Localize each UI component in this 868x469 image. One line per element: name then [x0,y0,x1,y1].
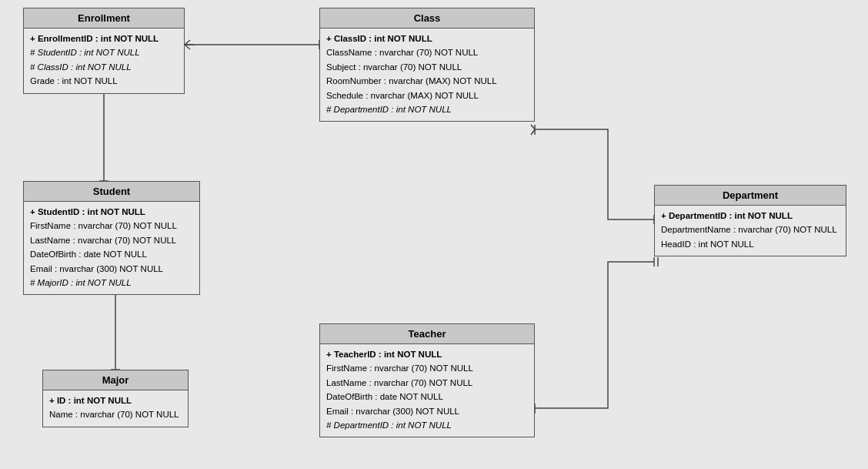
entity-class-field-3: RoomNumber : nvarchar (MAX) NOT NULL [326,74,528,88]
entity-major-field-0: + ID : int NOT NULL [49,394,182,407]
entity-major-field-1: Name : nvarchar (70) NOT NULL [49,407,182,421]
entity-enrollment-field-3: Grade : int NOT NULL [30,74,178,88]
entity-class-field-2: Subject : nvarchar (70) NOT NULL [326,60,528,74]
entity-teacher-field-2: LastName : nvarchar (70) NOT NULL [326,376,528,390]
entity-major-body: + ID : int NOT NULLName : nvarchar (70) … [43,390,188,427]
entity-student-title: Student [24,182,199,202]
svg-line-2 [185,45,190,49]
entity-teacher-body: + TeacherID : int NOT NULLFirstName : nv… [320,344,534,437]
entity-student-body: + StudentID : int NOT NULLFirstName : nv… [24,202,199,294]
entity-class-field-0: + ClassID : int NOT NULL [326,32,528,45]
entity-department: Department+ DepartmentID : int NOT NULLD… [654,185,846,256]
entity-department-field-1: DepartmentName : nvarchar (70) NOT NULL [661,223,840,236]
entity-class-field-4: Schedule : nvarchar (MAX) NOT NULL [326,89,528,102]
entity-student-field-2: LastName : nvarchar (70) NOT NULL [30,233,193,247]
entity-enrollment: Enrollment+ EnrollmentID : int NOT NULL#… [23,8,185,94]
entity-department-title: Department [655,186,846,206]
entity-student-field-1: FirstName : nvarchar (70) NOT NULL [30,219,193,233]
entity-teacher-field-4: Email : nvarchar (300) NOT NULL [326,404,528,418]
entity-teacher-field-5: # DepartmentID : int NOT NULL [326,418,528,432]
svg-line-20 [531,129,535,135]
entity-enrollment-field-1: # StudentID : int NOT NULL [30,45,178,59]
entity-enrollment-field-0: + EnrollmentID : int NOT NULL [30,32,178,45]
entity-student: Student+ StudentID : int NOT NULLFirstNa… [23,181,200,295]
entity-student-field-5: # MajorID : int NOT NULL [30,276,193,290]
svg-line-1 [185,40,190,45]
entity-enrollment-body: + EnrollmentID : int NOT NULL# StudentID… [24,28,184,93]
entity-major: Major+ ID : int NOT NULLName : nvarchar … [42,370,189,427]
diagram-container: Enrollment+ EnrollmentID : int NOT NULL#… [0,0,868,469]
entity-department-field-2: HeadID : int NOT NULL [661,237,840,251]
entity-class-body: + ClassID : int NOT NULLClassName : nvar… [320,28,534,121]
entity-teacher-title: Teacher [320,324,534,344]
entity-teacher-field-0: + TeacherID : int NOT NULL [326,347,528,361]
entity-teacher-field-1: FirstName : nvarchar (70) NOT NULL [326,361,528,375]
entity-class: Class+ ClassID : int NOT NULLClassName :… [319,8,535,122]
entity-department-body: + DepartmentID : int NOT NULLDepartmentN… [655,206,846,256]
entity-enrollment-field-2: # ClassID : int NOT NULL [30,60,178,74]
entity-student-field-4: Email : nvarchar (300) NOT NULL [30,262,193,276]
entity-enrollment-title: Enrollment [24,8,184,28]
entity-class-field-1: ClassName : nvarchar (70) NOT NULL [326,45,528,59]
entity-class-title: Class [320,8,534,28]
entity-class-field-5: # DepartmentID : int NOT NULL [326,102,528,116]
entity-teacher-field-3: DateOfBirth : date NOT NULL [326,390,528,404]
entity-major-title: Major [43,370,188,390]
svg-line-19 [531,125,535,129]
entity-student-field-3: DateOfBirth : date NOT NULL [30,247,193,261]
entity-student-field-0: + StudentID : int NOT NULL [30,205,193,219]
entity-teacher: Teacher+ TeacherID : int NOT NULLFirstNa… [319,323,535,437]
entity-department-field-0: + DepartmentID : int NOT NULL [661,209,840,223]
